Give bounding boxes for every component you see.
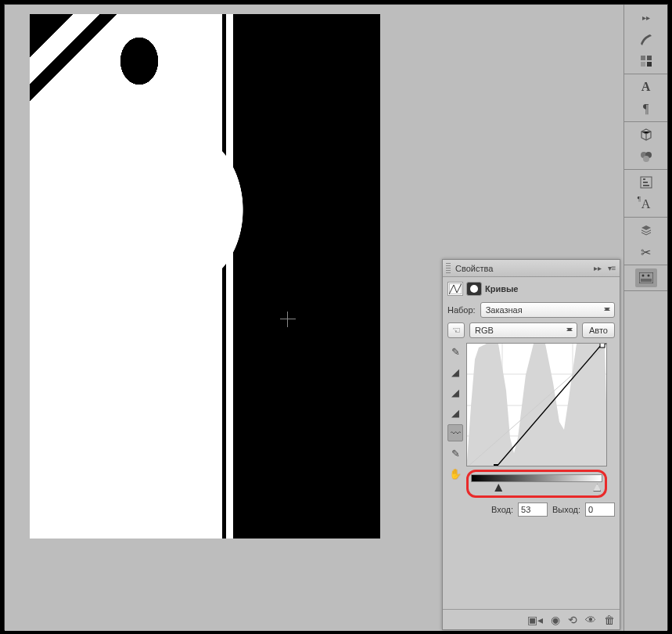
output-label: Выход: bbox=[552, 505, 580, 514]
svg-point-10 bbox=[647, 275, 649, 277]
io-row: Вход: 53 Выход: 0 bbox=[466, 503, 615, 517]
panel-menu-icon[interactable]: ▾≡ bbox=[606, 261, 618, 274]
eyedropper-gray-icon[interactable]: ◢ bbox=[447, 384, 463, 401]
dock-menu[interactable]: ▸▸ bbox=[635, 8, 657, 27]
layer-mask-icon bbox=[466, 282, 482, 296]
materials-icon[interactable] bbox=[635, 147, 657, 166]
panel-collapse-icon[interactable]: ▸▸ bbox=[591, 261, 604, 274]
auto-button[interactable]: Авто bbox=[582, 322, 615, 338]
black-point-handle[interactable] bbox=[494, 484, 502, 492]
channel-value: RGB bbox=[475, 326, 494, 335]
panel-body: Кривые Набор: Заказная ☜ RGB Авто ✎ bbox=[443, 277, 620, 609]
view-previous-icon[interactable]: ◉ bbox=[551, 614, 560, 626]
preset-row: Набор: Заказная bbox=[447, 302, 615, 318]
paragraph-icon[interactable]: ¶ bbox=[635, 99, 657, 118]
layers-icon[interactable] bbox=[635, 221, 657, 240]
svg-point-9 bbox=[641, 275, 644, 277]
input-value-field[interactable]: 53 bbox=[518, 503, 548, 517]
preset-label: Набор: bbox=[447, 305, 476, 315]
output-value-field[interactable]: 0 bbox=[585, 503, 615, 517]
preset-select[interactable]: Заказная bbox=[480, 302, 615, 318]
svg-rect-2 bbox=[641, 62, 645, 67]
properties-panel: Свойства ▸▸ ▾≡ Кривые Набор: Заказная ☜ bbox=[442, 259, 620, 630]
tools-scissors-icon[interactable]: ✂ bbox=[635, 243, 657, 261]
swatches-icon[interactable] bbox=[635, 52, 657, 70]
svg-rect-3 bbox=[647, 62, 652, 67]
app-frame: ▸▸ A ¶ ¶A bbox=[4, 4, 668, 630]
input-slider-highlight bbox=[466, 470, 607, 498]
svg-rect-1 bbox=[647, 56, 652, 60]
delete-adjustment-icon[interactable]: 🗑 bbox=[604, 614, 615, 626]
svg-point-6 bbox=[643, 156, 649, 162]
curves-type-icon bbox=[447, 282, 463, 296]
svg-rect-8 bbox=[639, 272, 653, 283]
hand-tool-icon[interactable]: ✋ bbox=[447, 465, 463, 482]
curves-area: ✎ ◢ ◢ ◢ 〰 ✎ ✋ bbox=[447, 343, 615, 517]
channel-select[interactable]: RGB bbox=[469, 322, 577, 338]
curve-pencil-icon[interactable]: ✎ bbox=[447, 445, 463, 462]
curves-graph-wrap: Вход: 53 Выход: 0 bbox=[466, 343, 615, 517]
targeted-adjust-tool[interactable]: ☜ bbox=[447, 322, 465, 338]
panel-header[interactable]: Свойства ▸▸ ▾≡ bbox=[443, 260, 620, 277]
eyedropper-black-icon[interactable]: ◢ bbox=[447, 363, 463, 380]
eyedropper-white-icon[interactable]: ◢ bbox=[447, 404, 463, 421]
reset-icon[interactable]: ⟲ bbox=[568, 614, 577, 626]
character-A-icon[interactable]: A bbox=[635, 77, 657, 96]
panel-title: Кривые bbox=[485, 284, 518, 294]
adjustments-icon[interactable] bbox=[635, 173, 657, 192]
white-point-handle[interactable] bbox=[593, 484, 601, 492]
image-content bbox=[30, 14, 380, 539]
brush-icon[interactable] bbox=[635, 30, 657, 49]
toggle-visibility-icon[interactable]: 👁 bbox=[585, 614, 596, 626]
auto-label: Авто bbox=[589, 326, 608, 335]
cube-3d-icon[interactable] bbox=[635, 125, 657, 144]
preset-value: Заказная bbox=[486, 305, 523, 315]
input-slider-track[interactable] bbox=[471, 484, 602, 493]
svg-rect-20 bbox=[600, 344, 605, 348]
document-image bbox=[30, 14, 380, 539]
panel-tab-label: Свойства bbox=[455, 264, 493, 273]
channel-row: ☜ RGB Авто bbox=[447, 322, 615, 338]
input-label: Вход: bbox=[491, 505, 513, 514]
curves-graph[interactable] bbox=[466, 343, 607, 466]
svg-rect-19 bbox=[494, 464, 498, 466]
panel-title-row: Кривые bbox=[447, 282, 615, 296]
panel-footer: ▣◂ ◉ ⟲ 👁 🗑 bbox=[443, 609, 620, 629]
properties-icon[interactable] bbox=[635, 268, 657, 287]
panel-grip[interactable] bbox=[446, 263, 451, 274]
styles-A-icon[interactable]: ¶A bbox=[635, 195, 657, 214]
sample-crosshair bbox=[280, 312, 296, 327]
eyedropper-sample-icon[interactable]: ✎ bbox=[447, 343, 463, 360]
curve-edit-icon[interactable]: 〰 bbox=[447, 424, 463, 441]
curves-tool-column: ✎ ◢ ◢ ◢ 〰 ✎ ✋ bbox=[447, 343, 463, 517]
svg-rect-0 bbox=[641, 56, 645, 60]
right-dock: ▸▸ A ¶ ¶A bbox=[623, 5, 667, 631]
clip-to-layer-icon[interactable]: ▣◂ bbox=[527, 614, 543, 626]
input-gradient-bar bbox=[471, 474, 602, 482]
